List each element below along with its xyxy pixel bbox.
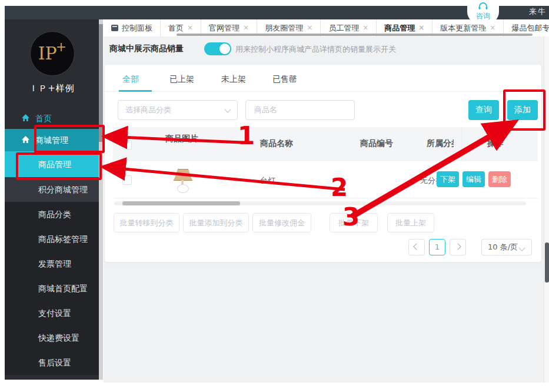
sales-display-label: 商城中展示商品销量 <box>109 44 184 54</box>
sidebar-subitem-mall-homepage[interactable]: 商城首页配置 <box>5 276 99 301</box>
sidebar-subitem-shipping-fee[interactable]: 快递费设置 <box>5 325 99 350</box>
lamp-base <box>177 184 189 193</box>
chevron-right-icon <box>454 243 461 250</box>
home-icon <box>21 135 30 144</box>
user-name-fragment: 来牛 <box>529 6 547 17</box>
batch-add-to-category-button[interactable]: 批量添加到分类 <box>183 213 249 232</box>
brand-name: ＩＰ+样例 <box>5 83 99 94</box>
fixed-column-divider <box>461 127 462 161</box>
delete-button[interactable]: 删除 <box>488 171 511 187</box>
batch-off-shelf-button[interactable]: 批量下架 <box>330 213 378 232</box>
column-header-category: 所属分类 <box>427 138 454 149</box>
active-tab-underline <box>119 90 152 92</box>
select-all-checkbox[interactable] <box>122 140 132 150</box>
sidebar-subitem-points-mall[interactable]: 积分商城管理 <box>5 177 99 202</box>
table-horizontal-scrollbar-thumb[interactable] <box>122 201 240 205</box>
off-shelf-button[interactable]: 下架 <box>437 171 459 187</box>
logo-plus: + <box>56 39 66 54</box>
chevron-left-icon <box>413 243 420 250</box>
add-button[interactable]: 添加 <box>507 100 538 120</box>
sidebar-subitem-label: 发票管理 <box>38 259 71 268</box>
chevron-down-icon <box>518 244 525 251</box>
sidebar-item-label: 商城管理 <box>35 129 68 151</box>
status-tab-on-shelf[interactable]: 已上架 <box>169 74 194 85</box>
page-size-select[interactable]: 10 条/页 <box>481 239 532 255</box>
status-tab-sold-out[interactable]: 已售罄 <box>272 74 297 85</box>
sidebar-item-mall-management[interactable]: 商城管理 <box>5 129 99 151</box>
sidebar-subitem-after-sales[interactable]: 售后设置 <box>5 350 99 375</box>
product-list-card: 全部 已上架 未上架 已售罄 选择商品分类 查询 添加 商品图片 商品名称 商品… <box>105 65 541 262</box>
consult-label: 咨询 <box>467 12 499 20</box>
batch-edit-commission-button[interactable]: 批量修改佣金 <box>252 213 311 232</box>
pagination-page-1[interactable]: 1 <box>429 239 445 255</box>
sales-display-toggle[interactable] <box>204 42 231 55</box>
sidebar-subitem-product-management[interactable]: 商品管理 <box>5 151 99 177</box>
product-name-field-wrap <box>245 100 355 120</box>
page-vertical-scrollbar-thumb[interactable] <box>545 242 549 283</box>
column-header-name: 商品名称 <box>260 138 293 149</box>
sidebar-item-label: 首页 <box>35 108 52 129</box>
column-header-code: 商品编号 <box>360 138 393 149</box>
table-header: 商品图片 商品名称 商品编号 所属分类 操作 <box>113 127 538 161</box>
home-icon <box>21 114 30 122</box>
dashboard-icon <box>111 25 118 31</box>
column-header-operations: 操作 <box>478 138 513 149</box>
product-image-lamp[interactable] <box>169 167 195 193</box>
sidebar-subitem-invoice[interactable]: 发票管理 <box>5 251 99 276</box>
page-vertical-scrollbar[interactable] <box>544 19 549 383</box>
consult-bubble-tail <box>481 23 490 27</box>
sidebar-subitem-label: 支付设置 <box>38 308 71 318</box>
sidebar-subitem-label: 积分商城管理 <box>38 185 88 194</box>
tabbar-scrollbar-thumb[interactable] <box>177 34 533 36</box>
search-button[interactable]: 查询 <box>468 100 499 120</box>
sidebar-item-home[interactable]: 首页 <box>5 108 99 129</box>
sidebar-subitem-label: 售后设置 <box>38 358 71 367</box>
row-checkbox[interactable] <box>122 175 132 185</box>
consult-bubble[interactable]: 咨询 <box>467 0 499 24</box>
sidebar-subitem-label: 商品标签管理 <box>38 234 88 244</box>
status-tab-off-shelf[interactable]: 未上架 <box>221 74 246 85</box>
sidebar-subitem-product-category[interactable]: 商品分类 <box>5 202 99 227</box>
product-name-input[interactable] <box>253 105 350 115</box>
chevron-down-icon <box>224 106 231 112</box>
sidebar: IP+ ＩＰ+样例 首页 商城管理 商品管理 积分商城管理 商品分类 商品标签管… <box>5 19 99 380</box>
batch-move-to-category-button[interactable]: 批量转移到分类 <box>114 213 179 232</box>
category-select[interactable]: 选择商品分类 <box>118 100 238 120</box>
batch-on-shelf-button[interactable]: 批量上架 <box>387 213 434 232</box>
category-select-placeholder: 选择商品分类 <box>125 105 171 115</box>
edit-button[interactable]: 编辑 <box>463 171 485 187</box>
column-header-image: 商品图片 <box>165 132 199 144</box>
sales-display-description: 用来控制小程序商城产品详情页的销量展示开关 <box>235 44 396 55</box>
pagination-prev-button[interactable] <box>408 239 425 255</box>
sidebar-subitem-label: 商城首页配置 <box>38 284 88 293</box>
headset-icon <box>478 2 488 10</box>
sidebar-subitem-label: 快递费设置 <box>38 333 79 343</box>
sidebar-submenu: 商品管理 积分商城管理 商品分类 商品标签管理 发票管理 商城首页配置 支付设置… <box>5 151 99 375</box>
tab-dashboard[interactable]: 控制面板 <box>104 19 161 36</box>
product-name-cell: 台灯 <box>260 175 275 186</box>
sidebar-scrollbar[interactable] <box>99 19 103 380</box>
logo: IP+ <box>30 31 75 76</box>
sidebar-subitem-label: 商品分类 <box>38 210 71 219</box>
status-tabs-divider <box>105 91 541 92</box>
sidebar-subitem-product-tags[interactable]: 商品标签管理 <box>5 227 99 251</box>
lamp-shade <box>174 169 192 181</box>
sidebar-subitem-label: 商品管理 <box>38 160 71 169</box>
sidebar-scrollbar-thumb[interactable] <box>99 24 103 142</box>
pagination-next-button[interactable] <box>450 239 466 255</box>
logo-text: IP <box>38 43 57 64</box>
page-size-value: 10 条/页 <box>488 242 518 251</box>
tab-label: 控制面板 <box>122 19 152 36</box>
page: 来牛 咨询 IP+ ＩＰ+样例 首页 商城管理 商品管理 积分商城管理 商品分类… <box>0 0 549 392</box>
table-row: 台灯 无分类 下架 编辑 删除 <box>113 161 538 198</box>
sidebar-subitem-payment[interactable]: 支付设置 <box>5 301 99 325</box>
toggle-knob <box>219 44 230 54</box>
status-tab-all[interactable]: 全部 <box>122 74 139 85</box>
table-horizontal-scrollbar[interactable] <box>114 201 526 205</box>
